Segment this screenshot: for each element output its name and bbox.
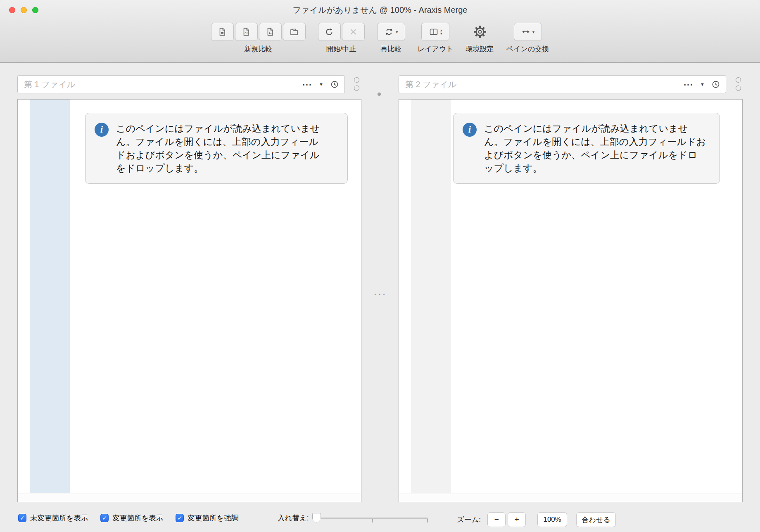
right-pane-info-box: i このペインにはファイルが読み込まれていません。ファイルを開くには、上部の入力… bbox=[453, 113, 720, 184]
close-button[interactable] bbox=[9, 7, 15, 13]
slider-tick bbox=[372, 519, 373, 522]
stop-button[interactable]: × bbox=[342, 23, 365, 41]
swap-chevron-down-icon: ▾ bbox=[532, 30, 534, 34]
layout-panes-icon bbox=[429, 27, 439, 37]
left-pane-horizontal-scrollbar[interactable] bbox=[18, 494, 361, 502]
show-changed-label: 変更箇所を表示 bbox=[112, 513, 163, 523]
toolbar-group-new-comparison: 01 新規比較 bbox=[211, 23, 306, 54]
new-image-comparison-icon bbox=[265, 27, 275, 37]
right-pane-message: このペインにはファイルが読み込まれていません。ファイルを開くには、上部の入力フィ… bbox=[484, 122, 706, 175]
zoom-fit-button[interactable]: 合わせる bbox=[576, 512, 616, 527]
file1-dropdown-caret-icon[interactable]: ▼ bbox=[319, 82, 323, 87]
show-changed-checkbox[interactable]: ✓ 変更箇所を表示 bbox=[100, 513, 163, 523]
swap-slider-label: 入れ替え: bbox=[278, 513, 309, 523]
checkbox-checked-icon[interactable]: ✓ bbox=[176, 514, 184, 522]
highlight-changed-label: 変更箇所を強調 bbox=[188, 513, 238, 523]
file2-link-rings bbox=[736, 77, 741, 91]
slider-thumb[interactable] bbox=[312, 513, 321, 523]
new-folder-comparison-icon bbox=[289, 27, 299, 37]
toolbar-group-start-stop: × 開始/中止 bbox=[318, 23, 365, 54]
titlebar: ファイルがありません @ 100% - Araxis Merge bbox=[0, 0, 760, 20]
checkbox-checked-icon[interactable]: ✓ bbox=[100, 514, 109, 522]
swap-panes-button[interactable]: ▾ bbox=[514, 23, 542, 41]
file1-history-icon[interactable] bbox=[330, 80, 339, 89]
minimize-button[interactable] bbox=[21, 7, 27, 13]
new-image-comparison-button[interactable] bbox=[259, 23, 282, 41]
preferences-label: 環境設定 bbox=[466, 44, 494, 54]
ring-icon[interactable] bbox=[736, 86, 741, 91]
show-unchanged-checkbox[interactable]: ✓ 未変更箇所を表示 bbox=[18, 513, 88, 523]
ring-icon[interactable] bbox=[354, 77, 359, 83]
file2-history-icon[interactable] bbox=[711, 80, 720, 89]
swap-slider[interactable] bbox=[316, 512, 428, 524]
preferences-button[interactable] bbox=[468, 23, 491, 41]
zoom-value-button[interactable]: 100% bbox=[537, 512, 567, 527]
right-comparison-pane[interactable]: i このペインにはファイルが読み込まれていません。ファイルを開くには、上部の入力… bbox=[399, 99, 743, 502]
pane-link-dot bbox=[378, 93, 381, 96]
slider-tick bbox=[427, 519, 428, 522]
layout-updown-chevron-icon: ▴▾ bbox=[440, 28, 442, 35]
start-refresh-icon bbox=[324, 27, 334, 37]
start-button[interactable] bbox=[318, 23, 341, 41]
splitter-handle-icon[interactable]: ··· bbox=[370, 287, 390, 300]
zoom-in-button[interactable]: + bbox=[508, 512, 526, 527]
left-comparison-pane[interactable]: i このペインにはファイルが読み込まれていません。ファイルを開くには、上部の入力… bbox=[17, 99, 361, 502]
show-unchanged-label: 未変更箇所を表示 bbox=[30, 513, 88, 523]
swap-panes-label: ペインの交換 bbox=[506, 44, 549, 54]
left-pane-gutter bbox=[30, 100, 70, 493]
layout-label: レイアウト bbox=[418, 44, 454, 54]
zoom-out-button[interactable]: − bbox=[487, 512, 506, 527]
slider-track[interactable] bbox=[316, 518, 428, 519]
zoom-window-button[interactable] bbox=[32, 7, 38, 13]
layout-button[interactable]: ▴▾ bbox=[421, 23, 449, 41]
file2-browse-more-icon[interactable]: ··· bbox=[684, 80, 694, 89]
info-icon: i bbox=[463, 123, 477, 137]
file2-placeholder: 第 2 ファイル bbox=[405, 79, 684, 90]
file1-link-rings bbox=[354, 77, 359, 91]
left-pane-message: このペインにはファイルが読み込まれていません。ファイルを開くには、上部の入力フィ… bbox=[116, 122, 328, 175]
toolbar-group-preferences: 環境設定 bbox=[466, 23, 494, 54]
file2-dropdown-caret-icon[interactable]: ▼ bbox=[700, 82, 705, 87]
traffic-lights bbox=[9, 0, 38, 20]
swap-arrows-icon bbox=[521, 27, 531, 37]
recompare-label: 再比較 bbox=[380, 44, 401, 54]
ring-icon[interactable] bbox=[736, 77, 741, 83]
recompare-chevron-down-icon: ▾ bbox=[396, 30, 398, 34]
file2-path-input[interactable]: 第 2 ファイル ··· ▼ bbox=[399, 75, 726, 93]
file1-path-input[interactable]: 第 1 ファイル ··· ▼ bbox=[17, 75, 345, 93]
ring-icon[interactable] bbox=[354, 86, 359, 91]
new-binary-comparison-button[interactable]: 01 bbox=[235, 23, 258, 41]
zoom-control: ズーム: − + 100% 合わせる bbox=[457, 512, 616, 527]
gear-icon bbox=[473, 25, 487, 38]
left-pane-info-box: i このペインにはファイルが読み込まれていません。ファイルを開くには、上部の入力… bbox=[85, 113, 348, 184]
window-title: ファイルがありません @ 100% - Araxis Merge bbox=[293, 5, 468, 16]
checkbox-checked-icon[interactable]: ✓ bbox=[18, 514, 26, 522]
new-text-comparison-button[interactable] bbox=[211, 23, 234, 41]
window-header: ファイルがありません @ 100% - Araxis Merge 01 bbox=[0, 0, 760, 63]
zoom-label: ズーム: bbox=[457, 515, 481, 525]
svg-text:01: 01 bbox=[245, 31, 248, 35]
new-text-comparison-icon bbox=[217, 27, 227, 37]
swap-slider-control: 入れ替え: bbox=[278, 512, 428, 524]
recompare-icon bbox=[384, 27, 394, 37]
right-pane-gutter bbox=[411, 100, 451, 493]
toolbar-group-layout: ▴▾ レイアウト bbox=[418, 23, 454, 54]
toolbar: 01 新規比較 bbox=[0, 20, 760, 54]
recompare-button[interactable]: ▾ bbox=[377, 23, 405, 41]
toolbar-group-swap-panes: ▾ ペインの交換 bbox=[506, 23, 549, 54]
stop-x-icon: × bbox=[349, 26, 357, 38]
right-pane-horizontal-scrollbar[interactable] bbox=[399, 494, 742, 502]
araxis-merge-window: { "window": { "title": "ファイルがありません @ 100… bbox=[0, 0, 760, 532]
statusbar-checkbox-group: ✓ 未変更箇所を表示 ✓ 変更箇所を表示 ✓ 変更箇所を強調 bbox=[18, 513, 238, 523]
file1-browse-more-icon[interactable]: ··· bbox=[302, 80, 312, 89]
new-binary-comparison-icon: 01 bbox=[241, 27, 251, 37]
toolbar-group-recompare: ▾ 再比較 bbox=[377, 23, 405, 54]
start-stop-label: 開始/中止 bbox=[326, 44, 356, 54]
file1-placeholder: 第 1 ファイル bbox=[24, 79, 302, 90]
new-folder-comparison-button[interactable] bbox=[283, 23, 306, 41]
new-comparison-label: 新規比較 bbox=[244, 44, 272, 54]
highlight-changed-checkbox[interactable]: ✓ 変更箇所を強調 bbox=[176, 513, 238, 523]
info-icon: i bbox=[95, 123, 109, 137]
